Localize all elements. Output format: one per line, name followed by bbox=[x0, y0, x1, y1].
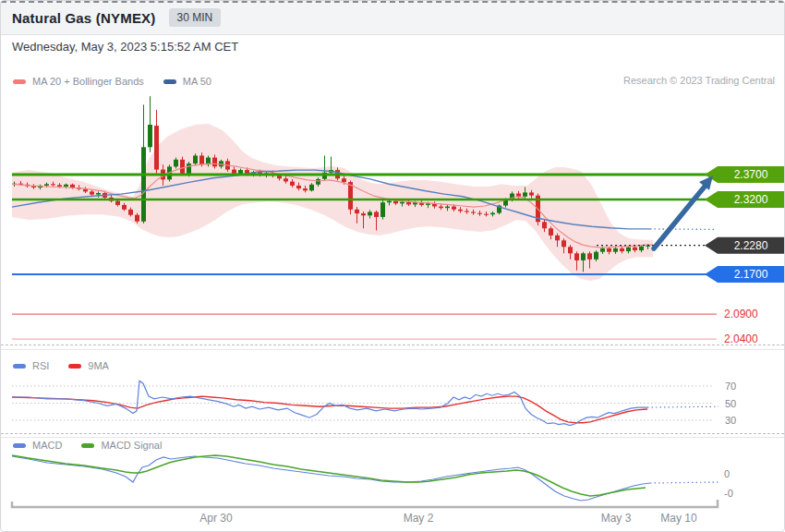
rsi-legend: RSI 9MA bbox=[13, 360, 122, 371]
rsi-macd-divider[interactable] bbox=[1, 437, 784, 438]
price-tag-2.2280 bbox=[705, 237, 784, 254]
rsi-projection-dotted bbox=[647, 406, 719, 407]
forecast-arrow bbox=[654, 187, 705, 248]
macd-signal-line bbox=[12, 455, 646, 496]
price-tag-label: 2.3700 bbox=[734, 168, 768, 181]
timeframe-badge: 30 MIN bbox=[169, 8, 222, 27]
price-tag-label: 2.1700 bbox=[734, 268, 768, 281]
header-bar: Natural Gas (NYMEX) 30 MIN bbox=[1, 1, 784, 35]
ma20-line bbox=[12, 163, 653, 248]
date-line: Wednesday, May 3, 2023 5:15:52 AM CET bbox=[12, 40, 238, 54]
ma50-legend-label: MA 50 bbox=[183, 76, 211, 87]
macd-line bbox=[12, 456, 650, 501]
bollinger-band-fill bbox=[12, 124, 653, 281]
ma50-projection-dotted bbox=[650, 229, 717, 230]
rsi-macd-divider-dashed[interactable] bbox=[1, 433, 784, 434]
x-axis-label: May 2 bbox=[404, 512, 434, 525]
main-rsi-divider-dashed[interactable] bbox=[1, 345, 784, 345]
price-tag-2.3200 bbox=[705, 191, 784, 208]
rsi-legend-label: RSI bbox=[32, 360, 49, 371]
macd-value-label: -0 bbox=[724, 488, 733, 499]
x-axis-line bbox=[12, 500, 718, 507]
candlesticks bbox=[12, 96, 650, 272]
macd-projection-dotted bbox=[650, 482, 719, 483]
rsi-swatch bbox=[13, 364, 26, 369]
research-credit: Research © 2023 Trading Central bbox=[623, 75, 775, 86]
9ma-line bbox=[12, 396, 647, 423]
rsi-grid-label: 30 bbox=[725, 415, 736, 426]
price-tag-label: 2.3200 bbox=[734, 193, 768, 206]
chart-widget: Natural Gas (NYMEX) 30 MIN Wednesday, Ma… bbox=[0, 0, 785, 532]
x-axis-label: Apr 30 bbox=[199, 512, 233, 525]
main-chart-legend: MA 20 + Bollinger Bands MA 50 bbox=[13, 76, 224, 87]
rsi-9ma-legend-label: 9MA bbox=[88, 360, 109, 371]
macd-legend: MACD MACD Signal bbox=[13, 440, 175, 451]
price-level-label: 2.0900 bbox=[724, 308, 758, 320]
ma20-bollinger-legend-label: MA 20 + Bollinger Bands bbox=[32, 76, 144, 87]
x-axis-label: May 10 bbox=[660, 512, 697, 525]
forecast-arrow-head bbox=[699, 175, 713, 190]
macd-swatch bbox=[13, 443, 26, 448]
ma20-bollinger-swatch bbox=[13, 79, 26, 84]
macd-signal-swatch bbox=[81, 443, 94, 448]
main-rsi-divider[interactable] bbox=[1, 349, 784, 350]
rsi-9ma-swatch bbox=[68, 364, 81, 369]
rsi-grid-label: 50 bbox=[725, 398, 736, 409]
top-dashed-border bbox=[1, 1, 784, 3]
price-tag-2.3700 bbox=[705, 166, 784, 183]
rsi-line bbox=[12, 381, 647, 425]
x-axis-label: May 3 bbox=[601, 512, 632, 525]
page-title: Natural Gas (NYMEX) bbox=[12, 10, 156, 26]
price-tag-label: 2.2280 bbox=[734, 239, 768, 252]
macd-value-label: 0 bbox=[724, 468, 730, 479]
ma50-swatch bbox=[163, 79, 176, 84]
macd-signal-legend-label: MACD Signal bbox=[101, 440, 162, 451]
ma50-line bbox=[12, 170, 650, 229]
price-tag-2.1700 bbox=[705, 266, 784, 283]
macd-legend-label: MACD bbox=[32, 440, 62, 451]
rsi-grid-label: 70 bbox=[725, 381, 736, 392]
